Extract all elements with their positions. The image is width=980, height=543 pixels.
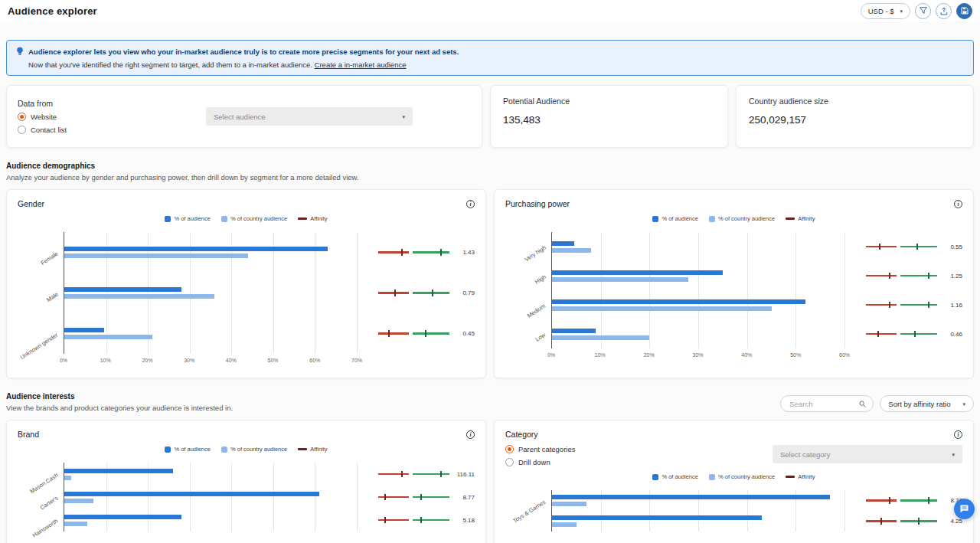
gender-chart-title: Gender — [18, 199, 44, 208]
banner-text: Audience explorer lets you view who your… — [28, 47, 459, 56]
legend-affinity: Affinity — [298, 215, 327, 222]
brand-card: Brand i % of audience% of country audien… — [6, 420, 486, 543]
country-bar[interactable] — [64, 522, 87, 526]
x-axis-tick: 20% — [644, 352, 655, 358]
audience-bar[interactable] — [552, 515, 762, 520]
country-bar[interactable] — [64, 499, 93, 503]
x-axis-tick: 60% — [309, 358, 320, 363]
affinity-red-segment — [378, 251, 409, 254]
country-bar[interactable] — [552, 335, 649, 340]
affinity-indicator: 0.55 — [852, 232, 962, 261]
demographics-title: Audience demographics — [6, 162, 974, 170]
chat-button[interactable] — [954, 499, 975, 519]
y-axis-label: Medium — [526, 303, 547, 319]
search-box[interactable] — [780, 395, 874, 412]
radio-contact-list[interactable]: Contact list — [18, 126, 67, 134]
country-bar[interactable] — [552, 502, 586, 506]
x-axis-tick: 40% — [741, 352, 752, 358]
upload-icon — [940, 7, 948, 15]
info-icon[interactable]: i — [466, 430, 475, 439]
radio-contact-list-label: Contact list — [31, 126, 67, 134]
audience-bar[interactable] — [552, 241, 574, 246]
x-axis-tick: 10% — [100, 358, 111, 363]
category-radio-group: Parent categories Drill down — [505, 445, 575, 466]
affinity-green-segment — [413, 519, 449, 522]
x-axis-tick: 0% — [547, 352, 555, 358]
create-audience-link[interactable]: Create a in-market audience — [315, 61, 407, 69]
chart-body: Very highHighMediumLow0%10%20%30%40%50%6… — [505, 232, 962, 361]
legend-audience: % of audience — [165, 215, 211, 222]
interests-title: Audience interests — [6, 392, 233, 401]
chart-row: Hainsworth — [64, 509, 357, 532]
audience-bar[interactable] — [552, 495, 830, 499]
affinity-value: 0.46 — [941, 331, 962, 338]
x-axis-tick: 0% — [60, 358, 67, 363]
country-bar[interactable] — [64, 335, 152, 339]
chevron-down-icon: ▾ — [402, 114, 405, 119]
audience-bar[interactable] — [552, 270, 723, 275]
affinity-value: 0.45 — [453, 330, 475, 337]
audience-bar[interactable] — [64, 328, 104, 332]
audience-bar[interactable] — [552, 329, 596, 333]
currency-select[interactable]: USD - $ ▾ — [861, 3, 910, 19]
affinity-green-segment — [900, 333, 937, 335]
category-card-header: Category i — [505, 430, 962, 439]
x-axis-tick: 40% — [226, 358, 237, 363]
affinity-red-segment — [378, 332, 409, 335]
country-bar[interactable] — [64, 476, 71, 480]
audience-bar[interactable] — [64, 492, 319, 496]
chart-legend: % of audience% of country audienceAffini… — [505, 215, 962, 222]
export-button[interactable] — [936, 3, 952, 19]
info-icon[interactable]: i — [954, 200, 962, 208]
filter-button[interactable] — [915, 3, 931, 19]
audience-select[interactable]: Select audience ▾ — [206, 107, 413, 126]
chart-row: Unknown gender — [64, 313, 357, 354]
sort-select[interactable]: Sort by affinity ratio ▾ — [880, 395, 974, 412]
country-bar[interactable] — [552, 248, 591, 253]
purchasing-power-chart-title: Purchasing power — [505, 199, 570, 208]
currency-value: USD - $ — [868, 7, 894, 15]
radio-drill-down-label: Drill down — [518, 458, 550, 466]
y-axis-label: Unknown gender — [19, 331, 59, 360]
country-bar[interactable] — [552, 277, 688, 282]
affinity-indicator: 1.16 — [852, 290, 962, 319]
affinity-value: 5.18 — [453, 517, 475, 524]
purchasing-power-card: Purchasing power i % of audience% of cou… — [494, 189, 974, 378]
radio-selected-icon — [505, 445, 514, 453]
country-bar[interactable] — [64, 294, 214, 299]
country-bar[interactable] — [64, 254, 248, 258]
chart-body: Mason CashCarter'sHainsworth116.118.775.… — [18, 463, 475, 532]
country-bar[interactable] — [552, 522, 577, 527]
audience-bar[interactable] — [64, 515, 181, 519]
affinity-indicator: 1.25 — [852, 261, 962, 290]
affinity-value: 1.16 — [941, 302, 962, 309]
radio-drill-down[interactable]: Drill down — [505, 458, 575, 466]
chevron-down-icon: ▾ — [900, 8, 903, 14]
info-icon[interactable]: i — [466, 200, 475, 208]
x-axis-tick: 60% — [839, 352, 850, 358]
x-axis: 0%10%20%30%40%50%60% — [551, 352, 844, 361]
search-input[interactable] — [788, 399, 857, 409]
interests-heading: Audience interests View the brands and p… — [6, 392, 233, 412]
country-bar[interactable] — [552, 306, 772, 311]
affinity-red-segment — [866, 520, 897, 522]
category-chart-title: Category — [505, 430, 538, 439]
demographics-row: Gender i % of audience% of country audie… — [6, 189, 974, 378]
info-icon[interactable]: i — [954, 430, 962, 439]
affinity-indicator: 5.18 — [364, 509, 475, 532]
y-axis-label: Carter's — [39, 495, 60, 512]
audience-bar[interactable] — [64, 247, 328, 251]
save-button[interactable] — [956, 3, 972, 19]
demographics-section-header: Audience demographics Analyze your audie… — [6, 162, 974, 182]
category-controls: Parent categories Drill down Select cate… — [505, 445, 962, 466]
radio-website[interactable]: Website — [18, 113, 67, 121]
audience-bar[interactable] — [64, 287, 181, 292]
audience-bar[interactable] — [64, 469, 173, 473]
affinity-value: 8.77 — [453, 494, 475, 501]
radio-parent-categories[interactable]: Parent categories — [505, 445, 575, 453]
brand-chart: % of audience% of country audienceAffini… — [18, 446, 475, 532]
category-select[interactable]: Select category ▾ — [773, 445, 962, 463]
audience-bar[interactable] — [552, 299, 805, 304]
y-axis-label: Mason Cash — [28, 472, 59, 495]
interests-section-header: Audience interests View the brands and p… — [6, 392, 974, 412]
